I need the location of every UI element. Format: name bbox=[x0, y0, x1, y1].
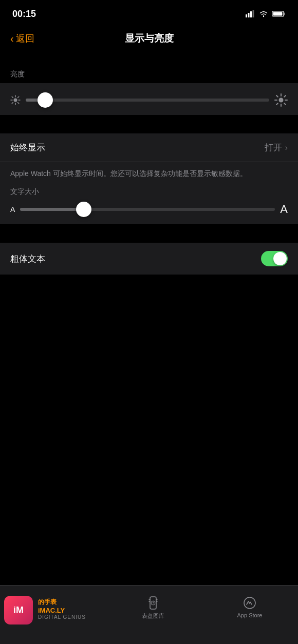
chevron-right-icon: › bbox=[285, 143, 288, 152]
watch-face-tab-icon bbox=[146, 596, 160, 610]
signal-icon bbox=[246, 10, 255, 17]
back-chevron-icon: ‹ bbox=[10, 33, 14, 44]
watermark-brand: iMAC.LY bbox=[38, 607, 86, 614]
sun-large-icon bbox=[274, 93, 288, 107]
wifi-icon bbox=[259, 10, 268, 17]
status-time: 00:15 bbox=[12, 9, 36, 19]
watermark-logo-text: iM bbox=[13, 605, 24, 616]
content-area: 亮度 bbox=[0, 51, 298, 275]
back-button[interactable]: ‹ 返回 bbox=[10, 32, 34, 45]
battery-icon bbox=[272, 10, 286, 17]
always-on-status: 打开 bbox=[265, 142, 282, 153]
sun-small-icon bbox=[10, 95, 21, 105]
page-title: 显示与亮度 bbox=[125, 32, 174, 45]
toggle-thumb bbox=[273, 252, 287, 265]
brightness-section-label: 亮度 bbox=[0, 70, 298, 83]
bold-text-section: 粗体文本 bbox=[0, 243, 298, 275]
status-bar: 00:15 bbox=[0, 0, 298, 26]
watch-faces-tab-label: 表盘图库 bbox=[142, 612, 164, 620]
svg-line-25 bbox=[276, 103, 278, 105]
svg-line-24 bbox=[284, 95, 286, 97]
svg-line-22 bbox=[276, 95, 278, 97]
always-on-row[interactable]: 始终显示 打开 › bbox=[0, 133, 298, 162]
text-size-slider[interactable] bbox=[20, 208, 275, 211]
svg-line-14 bbox=[18, 103, 19, 104]
tab-item-watch[interactable]: iM 的手表 iMAC.LY DIGITAL GENIUS bbox=[0, 591, 105, 644]
svg-line-15 bbox=[18, 96, 19, 97]
svg-rect-6 bbox=[284, 13, 286, 15]
separator-1 bbox=[0, 115, 298, 133]
brightness-slider-row bbox=[10, 93, 288, 107]
svg-rect-2 bbox=[250, 11, 252, 17]
watermark-logo: iM bbox=[4, 596, 33, 625]
svg-rect-7 bbox=[273, 12, 283, 16]
watch-tab-label: 的手表 bbox=[38, 598, 86, 607]
text-size-label: 文字大小 bbox=[10, 187, 288, 197]
svg-point-8 bbox=[14, 99, 17, 102]
watch-face-icon bbox=[146, 596, 160, 610]
watermark-tagline: DIGITAL GENIUS bbox=[38, 614, 86, 620]
text-size-slider-row: A A bbox=[10, 203, 288, 216]
app-store-icon bbox=[243, 596, 257, 610]
letter-small-icon: A bbox=[10, 205, 15, 213]
app-store-tab-icon bbox=[243, 596, 257, 610]
svg-point-4 bbox=[263, 16, 264, 17]
letter-large-icon: A bbox=[280, 203, 288, 216]
status-icons bbox=[246, 10, 286, 17]
svg-point-17 bbox=[279, 98, 284, 103]
tab-item-watch-faces[interactable]: 表盘图库 bbox=[105, 591, 201, 620]
back-label: 返回 bbox=[16, 32, 34, 45]
svg-line-23 bbox=[284, 103, 286, 105]
brightness-slider[interactable] bbox=[26, 99, 269, 102]
always-on-description: Apple Watch 可始终显示时间。您还可以选择复杂功能是否显示敏感数据。 bbox=[10, 168, 288, 179]
bold-text-toggle[interactable] bbox=[261, 251, 288, 266]
brightness-section bbox=[0, 83, 298, 115]
nav-bar: ‹ 返回 显示与亮度 bbox=[0, 26, 298, 51]
always-on-label: 始终显示 bbox=[10, 142, 45, 153]
svg-rect-0 bbox=[246, 14, 247, 17]
tab-item-app-store[interactable]: App Store bbox=[201, 591, 298, 618]
watermark-text: 的手表 iMAC.LY DIGITAL GENIUS bbox=[38, 598, 86, 620]
always-on-value: 打开 › bbox=[265, 142, 288, 153]
bold-text-label: 粗体文本 bbox=[10, 253, 45, 265]
svg-rect-3 bbox=[253, 10, 254, 17]
svg-rect-1 bbox=[248, 13, 250, 17]
section-gap-1 bbox=[0, 51, 298, 70]
svg-line-16 bbox=[12, 103, 13, 104]
always-on-description-section: Apple Watch 可始终显示时间。您还可以选择复杂功能是否显示敏感数据。 … bbox=[0, 162, 298, 224]
app-store-tab-label: App Store bbox=[237, 612, 263, 618]
svg-line-13 bbox=[12, 96, 13, 97]
tab-bar: iM 的手表 iMAC.LY DIGITAL GENIUS 表盘图库 bbox=[0, 585, 298, 644]
